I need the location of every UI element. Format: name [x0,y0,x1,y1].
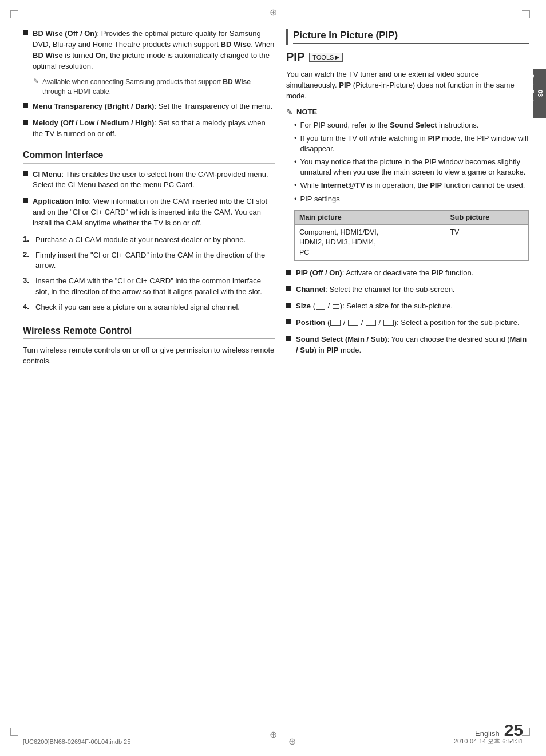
note-text: For PIP sound, refer to the Sound Select… [300,120,479,130]
chapter-label: Basic Features [528,74,535,113]
section-accent-bar [286,29,288,45]
bd-wise-subnote: ✎ Available when connecting Samsung prod… [23,77,275,97]
bullet-content: Position ( / / / ): Select a position fo… [296,318,529,328]
bullet-square [286,286,291,291]
step-content: Firmly insert the "CI or CI+ CARD" into … [35,250,275,272]
page: ⊕ ⊕ 03 Basic Features BD Wise (Off / On)… [0,0,546,756]
note-bullet: • [294,120,297,130]
pip-label: PIP [286,50,304,64]
size-icon-large [316,304,325,310]
bullet-size: Size ( / ): Select a size for the sub-pi… [286,301,529,312]
bullet-content: Melody (Off / Low / Medium / High): Set … [33,118,275,140]
footer-file: [UC6200]BN68-02694F-00L04.indb 25 [23,738,130,745]
note-bullet: • [294,194,297,204]
left-column: BD Wise (Off / On): Provides the optimal… [23,29,275,366]
bullet-square [23,103,28,108]
footer: [UC6200]BN68-02694F-00L04.indb 25 ⊕ 2010… [0,736,546,747]
table-cell-sub: TV [445,224,529,261]
bullet-melody: Melody (Off / Low / Medium / High): Set … [23,118,275,140]
wireless-remote-heading: Wireless Remote Control [23,326,275,339]
pos-icon-1 [330,320,341,326]
bullet-content: Menu Transparency (Bright / Dark): Set t… [33,101,275,112]
bullet-content: PIP (Off / On): Activate or deactivate t… [296,268,529,279]
bullet-square [286,270,291,275]
step-number: 2. [23,250,32,272]
section-title: Picture In Picture (PIP) [293,30,529,44]
note-pencil-icon: ✎ [33,77,39,85]
footer-crosshair: ⊕ [288,736,296,747]
bullet-bd-wise: BD Wise (Off / On): Provides the optimal… [23,29,275,72]
step-number: 1. [23,235,32,246]
bullet-square [23,120,28,125]
bullet-square [23,198,28,203]
bullet-content: BD Wise (Off / On): Provides the optimal… [33,29,275,72]
size-icon-small [333,304,339,309]
right-column: Picture In Picture (PIP) PIP TOOLS ▶ You… [286,29,529,366]
bullet-sound-select: Sound Select (Main / Sub): You can choos… [286,334,529,356]
bullet-channel: Channel: Select the channel for the sub-… [286,284,529,295]
bullet-content: Channel: Select the channel for the sub-… [296,284,529,295]
main-content: BD Wise (Off / On): Provides the optimal… [0,0,546,366]
note-item-3: • You may notice that the picture in the… [294,157,529,177]
bullet-app-info: Application Info: View information on th… [23,196,275,229]
step-number: 3. [23,276,32,298]
bullet-square [286,319,291,324]
note-item-4: • While Internet@TV is in operation, the… [294,180,529,191]
pos-icon-4 [383,320,394,326]
bullet-square [23,171,28,176]
note-bullet: • [294,180,297,191]
corner-mark-br [522,728,530,736]
wireless-remote-text: Turn wireless remote controls on or off … [23,345,275,367]
page-number: 25 [504,722,523,739]
step-number: 4. [23,302,32,313]
bullet-content: Size ( / ): Select a size for the sub-pi… [296,301,529,312]
note-text: If you turn the TV off while watching in… [300,133,529,154]
step-content: Insert the CAM with the "CI or CI+ CARD"… [35,276,275,298]
note-bullet: • [294,157,297,177]
pos-icon-2 [348,320,358,326]
note-text: While Internet@TV is in operation, the P… [300,180,525,191]
bullet-content: Application Info: View information on th… [33,196,275,229]
step-1: 1. Purchase a CI CAM module at your near… [23,235,275,246]
table-cell-main: Component, HDMI1/DVI,HDMI2, HDMI3, HDMI4… [295,224,445,261]
note-label: NOTE [296,108,317,116]
bullet-pip-off-on: PIP (Off / On): Activate or deactivate t… [286,268,529,279]
note-text: PIP settings [300,194,340,204]
page-number-block: English 25 [475,722,523,739]
bullet-square [286,336,291,341]
note-section: ✎ NOTE • For PIP sound, refer to the Sou… [286,108,529,204]
pip-section-header: Picture In Picture (PIP) [286,29,529,45]
note-item-1: • For PIP sound, refer to the Sound Sele… [294,120,529,130]
pip-intro-text: You can watch the TV tuner and one exter… [286,69,529,102]
step-3: 3. Insert the CAM with the "CI or CI+ CA… [23,276,275,298]
pip-table: Main picture Sub picture Component, HDMI… [294,210,529,262]
pip-heading: PIP TOOLS ▶ [286,50,529,64]
pos-icon-3 [366,320,376,326]
note-items: • For PIP sound, refer to the Sound Sele… [286,120,529,204]
bullet-ci-menu: CI Menu: This enables the user to select… [23,169,275,191]
corner-mark-tr [522,10,530,18]
separator [23,163,275,164]
subnote-text: Available when connecting Samsung produc… [42,77,275,97]
bullet-position: Position ( / / / ): Select a position fo… [286,318,529,328]
bullet-content: Sound Select (Main / Sub): You can choos… [296,334,529,356]
common-interface-heading: Common Interface [23,150,275,163]
note-item-2: • If you turn the TV off while watching … [294,133,529,154]
bullet-content: CI Menu: This enables the user to select… [33,169,275,191]
crosshair-top: ⊕ [270,7,277,18]
note-item-5: • PIP settings [294,194,529,204]
step-2: 2. Firmly insert the "CI or CI+ CARD" in… [23,250,275,272]
table-header-sub: Sub picture [445,210,529,224]
bullet-square [23,30,28,35]
table-header-main: Main picture [295,210,445,224]
step-content: Check if you can see a picture on a scra… [35,302,275,313]
note-header: ✎ NOTE [286,108,529,117]
chapter-tab: 03 Basic Features [533,69,546,118]
tools-badge: TOOLS ▶ [309,53,343,62]
table-row: Component, HDMI1/DVI,HDMI2, HDMI3, HDMI4… [295,224,529,261]
note-pencil-icon: ✎ [286,108,293,117]
step-4: 4. Check if you can see a picture on a s… [23,302,275,313]
corner-mark-bl [10,728,18,736]
chapter-number: 03 [537,90,544,97]
bullet-menu-transparency: Menu Transparency (Bright / Dark): Set t… [23,101,275,112]
